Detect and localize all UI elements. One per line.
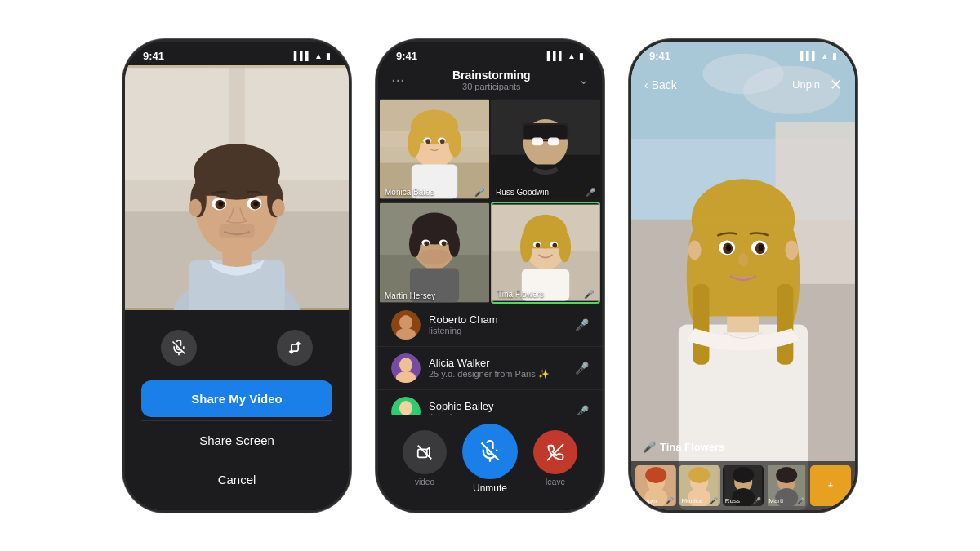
back-button[interactable]: ‹ Back	[644, 78, 677, 91]
avatar-alicia	[391, 353, 421, 383]
battery-icon-3: ▮	[832, 51, 837, 60]
svg-rect-43	[543, 140, 548, 141]
cancel-button[interactable]: Cancel	[141, 462, 332, 497]
signal-icon-2: ▌▌▌	[547, 51, 564, 60]
participant-label-martin: Martin Hersey	[385, 291, 435, 300]
mic-off-button[interactable]	[161, 330, 197, 366]
unpin-button[interactable]: Unpin	[792, 78, 820, 91]
mic-muted-icon: 🎤	[575, 405, 589, 415]
svg-point-77	[399, 401, 412, 415]
leave-control-item: leave	[533, 430, 577, 487]
svg-point-29	[408, 128, 421, 157]
phone-2: 9:41 ▌▌▌ ▲ ▮ ··· Brainstorming 30 partic…	[376, 39, 604, 513]
pinned-header: ‹ Back Unpin ✕	[631, 69, 855, 100]
call-controls: video Unmute	[378, 415, 602, 510]
participant-info-sophie: Sophie Bailey listening	[429, 400, 575, 415]
participant-name: Roberto Cham	[429, 313, 575, 326]
status-bar-1: 9:41 ▌▌▌ ▲ ▮	[125, 42, 349, 65]
svg-point-16	[218, 201, 223, 206]
video-cell-russ: Russ Goodwin 🎤	[491, 98, 600, 200]
thumbnail-more[interactable]: +	[810, 465, 851, 506]
svg-rect-100	[693, 283, 710, 364]
more-count: +	[828, 481, 833, 490]
thumbnail-item[interactable]: Monica 🎤	[679, 465, 719, 506]
participant-info-alicia: Alicia Walker 25 y.o. designer from Pari…	[429, 357, 575, 380]
list-item[interactable]: Alicia Walker 25 y.o. designer from Pari…	[378, 347, 602, 390]
pinned-name-label: Tina Flowers	[660, 441, 724, 453]
svg-point-121	[733, 467, 754, 483]
pinned-person-name: 🎤 Tina Flowers	[643, 441, 724, 453]
status-icons-1: ▌▌▌ ▲ ▮	[294, 51, 331, 60]
status-time-2: 9:41	[396, 50, 417, 62]
thumbnail-item[interactable]: Marti 🎤	[766, 465, 807, 506]
call-title: Brainstorming	[405, 69, 578, 82]
thumbnail-item[interactable]: Russ 🎤	[723, 465, 764, 506]
participant-status: listening	[429, 326, 575, 335]
thumb-mic: 🎤	[710, 497, 718, 504]
svg-rect-40	[524, 124, 567, 138]
video-cell-monica: Monica Bates 🎤	[380, 98, 489, 200]
svg-rect-42	[548, 137, 559, 145]
svg-rect-9	[195, 171, 278, 195]
mic-icon-monica: 🎤	[474, 188, 484, 197]
svg-point-107	[759, 244, 764, 251]
svg-point-125	[776, 467, 797, 483]
status-icons-2: ▌▌▌ ▲ ▮	[547, 51, 584, 60]
phone-1: 9:41 ▌▌▌ ▲ ▮	[122, 39, 351, 513]
more-options-button[interactable]: ···	[391, 70, 405, 89]
thumb-name: Ginger	[638, 497, 657, 504]
svg-point-74	[399, 358, 412, 372]
list-item[interactable]: Roberto Cham listening 🎤	[378, 304, 602, 347]
participant-name: Alicia Walker	[429, 357, 575, 369]
avatar-roberto	[391, 310, 421, 340]
header-actions: Unpin ✕	[792, 76, 842, 94]
svg-point-52	[419, 249, 451, 264]
status-icons-3: ▌▌▌ ▲ ▮	[800, 51, 837, 60]
svg-point-20	[272, 198, 285, 216]
video-toggle-button[interactable]	[403, 430, 447, 474]
video-cell-tina: Tina Flowers 🎤	[491, 202, 600, 304]
share-screen-button[interactable]: Share Screen	[141, 423, 332, 458]
thumbnail-strip: Ginger 🎤 Monica 🎤	[631, 461, 855, 510]
controls-row: video Unmute	[394, 424, 586, 494]
participant-list: Roberto Cham listening 🎤 Alicia Walker 2…	[378, 304, 602, 415]
flip-camera-button[interactable]	[277, 330, 313, 366]
call-header: ··· Brainstorming 30 participants ⌄	[378, 65, 602, 98]
wifi-icon-2: ▲	[568, 51, 576, 60]
svg-point-55	[424, 241, 429, 246]
phone-3: 9:41 ▌▌▌ ▲ ▮ ‹ Back Unpin ✕	[629, 39, 858, 513]
thumbnail-item[interactable]: Ginger 🎤	[635, 465, 676, 506]
thumb-mic: 🎤	[666, 497, 674, 504]
video-preview	[125, 65, 349, 310]
unmute-label: Unmute	[473, 482, 507, 494]
svg-point-30	[448, 128, 461, 157]
mic-icon: 🎤	[575, 362, 589, 375]
svg-point-34	[440, 139, 445, 144]
participant-label-monica: Monica Bates	[385, 188, 434, 197]
share-video-button[interactable]: Share My Video	[141, 380, 332, 417]
chevron-left-icon: ‹	[644, 78, 648, 91]
close-button[interactable]: ✕	[830, 76, 842, 94]
svg-point-68	[552, 242, 557, 247]
list-item[interactable]: Sophie Bailey listening 🎤	[378, 390, 602, 415]
svg-point-67	[536, 242, 541, 247]
wifi-icon: ▲	[314, 51, 323, 60]
leave-button[interactable]	[533, 430, 577, 474]
svg-point-64	[559, 231, 571, 262]
svg-point-113	[645, 467, 666, 483]
divider-2	[141, 460, 332, 460]
status-time-3: 9:41	[649, 50, 670, 62]
mic-icon: 🎤	[575, 318, 589, 331]
chevron-down-icon[interactable]: ⌄	[578, 72, 589, 87]
unmute-button[interactable]	[462, 424, 518, 479]
pinned-video: 🎤 Tina Flowers Ginger 🎤	[631, 42, 855, 510]
participant-status: 25 y.o. designer from Paris ✨	[429, 369, 575, 380]
svg-point-117	[689, 467, 710, 483]
video-cell-martin: Martin Hersey	[380, 202, 489, 304]
svg-point-51	[448, 231, 460, 256]
participant-label-tina: Tina Flowers	[497, 290, 544, 299]
status-time-1: 9:41	[143, 50, 164, 62]
participants-count: 30 participants	[405, 82, 578, 91]
svg-point-106	[726, 244, 731, 251]
thumb-name: Marti	[768, 497, 783, 504]
